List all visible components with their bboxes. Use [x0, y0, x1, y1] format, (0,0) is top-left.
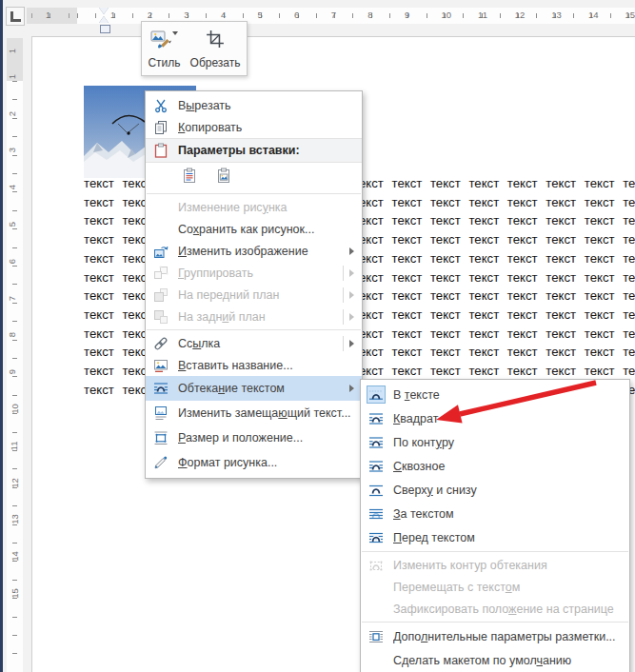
- menu-item-label: Группировать: [178, 267, 343, 280]
- menu-item-размер-и-положение[interactable]: Размер и положение...: [146, 425, 362, 450]
- edit-wrap-points-icon: [367, 557, 386, 574]
- v-ruler-number: 11: [9, 441, 19, 450]
- menu-item-label: Изменить замещающий текст...: [178, 406, 362, 420]
- menu-item-вырезать[interactable]: Вырезать: [146, 94, 362, 116]
- no-icon: [367, 652, 386, 669]
- h-ruler-number: 14: [588, 10, 599, 20]
- menu-item-вставить-название[interactable]: Вставить название...: [146, 354, 362, 376]
- wrap-behind-icon: [367, 505, 386, 523]
- menu-item-label: Обтекание текстом: [178, 382, 349, 395]
- menu-item-label: Изменить контур обтекания: [393, 559, 629, 572]
- menu-header-label: Параметры вставки:: [178, 144, 300, 157]
- tab-selector-button[interactable]: [6, 7, 25, 26]
- picture-mini-toolbar: Стиль Обрезать: [141, 21, 248, 76]
- menu-item-изменить-замещающий-текст[interactable]: Изменить замещающий текст...: [146, 401, 362, 425]
- menu-item-группировать: Группировать: [146, 262, 362, 284]
- menu-item-сделать-макетом-по-умолчанию[interactable]: Сделать макетом по умолчанию: [361, 648, 629, 672]
- submenu-arrow-icon: [349, 385, 354, 392]
- menu-item-перед-текстом[interactable]: Перед текстом: [361, 525, 629, 549]
- v-ruler-number: 10: [10, 404, 20, 414]
- paste-picture-button[interactable]: [210, 164, 237, 190]
- menu-item-формат-рисунка[interactable]: Формат рисунка...: [146, 450, 362, 475]
- caption-icon: [151, 357, 170, 374]
- submenu-arrow-icon: [349, 313, 354, 321]
- paste-keep-source-icon: [182, 168, 197, 187]
- menu-item-квадрат[interactable]: Квадрат: [361, 406, 629, 430]
- paste-icon: [151, 142, 170, 159]
- menu-separator: [362, 551, 628, 552]
- no-icon: [367, 601, 386, 618]
- menu-item-изменение-рисунка: Изменение рисунка: [146, 196, 362, 218]
- horizontal-ruler: 1123456789101112131415: [27, 8, 635, 24]
- menu-item-сохранить-как-рисунок[interactable]: Сохранить как рисунок...: [146, 218, 362, 240]
- menu-item-перемещать-с-текстом: Перемещать с текстом: [361, 576, 629, 598]
- menu-item-label: Ссылка: [178, 337, 343, 350]
- picture-context-menu: Вырезать Копировать Параметры вставки: И…: [145, 90, 363, 479]
- menu-item-label: Изменение рисунка: [178, 201, 362, 214]
- arrow-divider: [343, 266, 344, 281]
- menu-item-дополнительные-параметры-разметки[interactable]: Дополнительные параметры разметки...: [361, 624, 629, 648]
- menu-item-сверху-и-снизу[interactable]: Сверху и снизу: [361, 478, 629, 502]
- h-ruler-margin-ticks: [31, 13, 77, 18]
- paste-options-header: Параметры вставки:: [146, 138, 362, 163]
- v-ruler-number: 3: [7, 148, 17, 152]
- no-icon: [151, 221, 170, 238]
- v-ruler-number: 2: [7, 110, 17, 115]
- v-ruler-number: 9: [7, 369, 17, 374]
- arrow-divider: [343, 336, 344, 351]
- change-picture-icon: [151, 243, 170, 260]
- hanging-indent-marker[interactable]: [99, 16, 109, 23]
- menu-item-изменить-изображение[interactable]: Изменить изображение: [146, 240, 362, 262]
- menu-item-по-контуру[interactable]: По контуру: [361, 430, 629, 454]
- menu-item-label: Сверху и снизу: [393, 484, 629, 497]
- first-line-indent-marker[interactable]: [99, 8, 109, 14]
- size-position-icon: [151, 429, 170, 446]
- menu-item-сквозное[interactable]: Сквозное: [361, 454, 629, 478]
- layout-options-icon: [367, 628, 386, 645]
- h-ruler-number: 10: [442, 10, 452, 20]
- menu-item-ссылка[interactable]: Ссылка: [146, 332, 362, 354]
- paste-picture-icon: [216, 168, 231, 187]
- wrap-square-icon: [367, 410, 386, 427]
- menu-item-обтекание-текстом[interactable]: Обтекание текстом: [146, 376, 362, 401]
- menu-item-label: По контуру: [393, 436, 629, 449]
- submenu-arrow-icon: [349, 340, 354, 347]
- arrow-divider: [343, 309, 344, 325]
- submenu-arrow-icon: [349, 291, 354, 299]
- h-ruler-number: 8: [367, 10, 372, 20]
- window-edge-strip: [0, 0, 3, 672]
- menu-item-копировать[interactable]: Копировать: [146, 116, 362, 138]
- v-ruler-margin-number: 1: [7, 49, 17, 53]
- link-icon: [151, 335, 170, 352]
- menu-item-label: На передний план: [178, 288, 343, 302]
- v-ruler-number: 4: [7, 185, 17, 189]
- menu-item-label: Сохранить как рисунок...: [178, 223, 362, 236]
- menu-item-в-тексте[interactable]: В тексте: [361, 383, 629, 406]
- group-icon: [151, 265, 170, 282]
- menu-item-label: Перемещать с текстом: [393, 581, 629, 594]
- paste-keep-source-button[interactable]: [176, 164, 203, 190]
- arrow-divider: [343, 287, 344, 303]
- menu-item-label: Перед текстом: [393, 531, 629, 544]
- format-picture-icon: [151, 454, 170, 471]
- v-ruler-number: 6: [7, 259, 17, 264]
- стиль-button[interactable]: Стиль: [144, 28, 184, 75]
- bring-front-icon: [151, 287, 170, 304]
- v-ruler-number: 7: [7, 295, 17, 300]
- v-ruler-ticks: [12, 81, 17, 672]
- menu-item-за-текстом[interactable]: За текстом: [361, 502, 629, 525]
- h-ruler-number: 11: [478, 10, 487, 20]
- h-ruler-number: 4: [221, 10, 226, 20]
- alt-text-icon: [151, 405, 170, 422]
- menu-item-label: Размер и положение...: [178, 431, 362, 445]
- wrap-front-icon: [367, 529, 386, 546]
- menu-item-label: В тексте: [393, 388, 629, 402]
- mini-toolbar-button-label: Стиль: [148, 56, 180, 69]
- обрезать-button[interactable]: Обрезать: [187, 28, 245, 75]
- tab-stop-l-icon: [10, 11, 21, 22]
- left-indent-marker[interactable]: [100, 25, 110, 33]
- wrap-tight-icon: [367, 434, 386, 451]
- h-ruler-number: 5: [258, 10, 263, 20]
- menu-separator: [147, 193, 361, 194]
- h-ruler-number: 3: [184, 10, 189, 20]
